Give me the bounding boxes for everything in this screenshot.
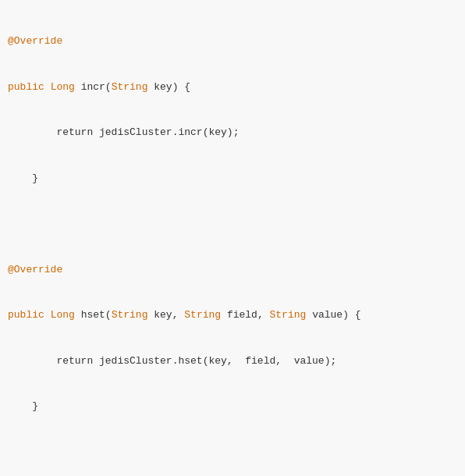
code-line: @Override xyxy=(0,262,465,278)
code-line: } xyxy=(0,399,465,414)
code-line: return jedisCluster.incr(key); xyxy=(0,125,465,140)
code-line: public Long incr(String key) { xyxy=(0,80,465,95)
code-editor: @Override public Long incr(String key) {… xyxy=(0,0,465,476)
code-line: } xyxy=(0,171,465,186)
code-line: return jedisCluster.hset(key, field, val… xyxy=(0,353,465,369)
code-line xyxy=(0,445,465,460)
code-line: @Override xyxy=(0,34,465,49)
code-line xyxy=(0,216,465,232)
code-line: public Long hset(String key, String fiel… xyxy=(0,307,465,323)
